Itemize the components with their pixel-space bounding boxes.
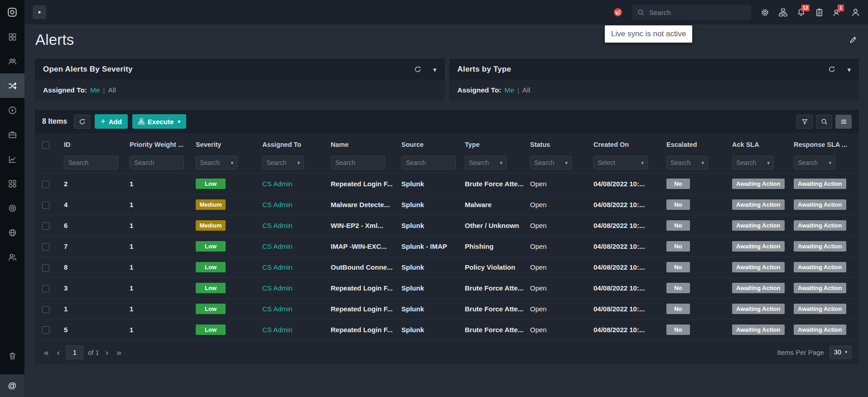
response-sla-badge: Awaiting Action: [794, 262, 846, 272]
row-checkbox[interactable]: [42, 223, 49, 230]
filter-response-sla-dropdown[interactable]: Search▾: [794, 156, 835, 169]
edit-page-button[interactable]: [849, 36, 857, 44]
table-row[interactable]: 61MediumCS AdminWIN-EP2 - Xml...SplunkOt…: [35, 215, 859, 236]
items-per-page-select[interactable]: 30 ▾: [829, 346, 852, 359]
assigned-to-link[interactable]: CS Admin: [262, 284, 293, 292]
cell-created-on: 04/08/2022 10:...: [593, 326, 666, 334]
current-page[interactable]: 1: [66, 345, 83, 359]
sidebar-item-threat-intel[interactable]: [0, 196, 24, 220]
chevron-down-icon[interactable]: ▾: [433, 66, 437, 73]
row-checkbox[interactable]: [42, 285, 49, 292]
cell-escalated: No: [666, 304, 732, 314]
table-row[interactable]: 81LowCS AdminOutBound Conne...SplunkPoli…: [35, 257, 859, 277]
row-checkbox[interactable]: [42, 264, 49, 271]
sidebar-item-apps[interactable]: [0, 171, 24, 196]
response-sla-badge: Awaiting Action: [794, 220, 846, 231]
select-all-checkbox[interactable]: [42, 141, 49, 149]
column-header-priority-weight: Priority Weight ...: [130, 141, 196, 148]
settings-button[interactable]: [761, 8, 769, 17]
filter-source-input[interactable]: [401, 156, 456, 169]
refresh-button[interactable]: [74, 115, 90, 129]
cell-id: 5: [64, 326, 130, 334]
sidebar-item-teams[interactable]: [0, 49, 24, 73]
assigned-me-link[interactable]: Me: [505, 86, 515, 94]
sidebar-item-recycle-bin[interactable]: [0, 344, 24, 368]
widget-panels-row: Open Alerts By Severity▾Assigned To:Me|A…: [35, 59, 859, 101]
assigned-all-link[interactable]: All: [522, 86, 530, 94]
assigned-to-link[interactable]: CS Admin: [262, 305, 293, 313]
sidebar-item-alerts[interactable]: [0, 73, 24, 98]
table-view-tools: [796, 115, 852, 129]
add-button[interactable]: + Add: [95, 114, 128, 129]
filter-assigned-to-dropdown[interactable]: Search▾: [262, 156, 304, 169]
row-checkbox[interactable]: [42, 306, 49, 313]
global-search[interactable]: [632, 5, 751, 20]
row-checkbox[interactable]: [42, 202, 49, 209]
app-logo[interactable]: [0, 0, 24, 24]
global-search-input[interactable]: [648, 8, 746, 17]
severity-badge: Low: [196, 324, 226, 335]
org-structure-button[interactable]: [779, 8, 787, 17]
row-checkbox[interactable]: [42, 326, 49, 334]
user-profile-button[interactable]: [851, 8, 860, 17]
sidebar-item-playbooks[interactable]: [0, 98, 24, 122]
org-structure-icon: [779, 8, 787, 17]
live-sync-status-button[interactable]: [613, 7, 623, 17]
filter-type-dropdown[interactable]: Search▾: [465, 156, 506, 169]
assigned-to-link[interactable]: CS Admin: [262, 242, 293, 250]
filter-escalated-dropdown[interactable]: Search▾: [666, 156, 708, 169]
assigned-me-link[interactable]: Me: [90, 86, 100, 94]
filter-status-dropdown[interactable]: Search▾: [530, 156, 572, 169]
sidebar-item-dashboard[interactable]: [0, 24, 24, 49]
assigned-to-link[interactable]: CS Admin: [262, 263, 293, 271]
separator: |: [517, 86, 519, 94]
row-checkbox[interactable]: [42, 181, 49, 188]
table-search-button[interactable]: [816, 115, 832, 129]
items-per-page-label: Items Per Page: [777, 349, 824, 356]
table-row[interactable]: 51LowCS AdminRepeated Login F...SplunkBr…: [35, 319, 859, 340]
filter-button[interactable]: [796, 115, 813, 129]
filter-priority-weight-input[interactable]: [130, 156, 184, 169]
assigned-to-link[interactable]: CS Admin: [262, 222, 293, 229]
cell-ack-sla: Awaiting Action: [732, 179, 794, 189]
filter-ack-sla-dropdown[interactable]: Search▾: [732, 156, 774, 169]
chevron-down-icon[interactable]: ▾: [847, 66, 851, 73]
cell-type: Brute Force Atte...: [465, 284, 530, 292]
filter-name-input[interactable]: [331, 156, 385, 169]
sidebar-item-analytics[interactable]: [0, 147, 24, 171]
list-view-button[interactable]: [835, 115, 852, 129]
filter-severity-dropdown[interactable]: Search▾: [196, 156, 237, 169]
filter-created-on-dropdown[interactable]: Select▾: [593, 156, 648, 169]
cell-escalated: No: [666, 283, 732, 293]
sidebar-item-web[interactable]: [0, 220, 24, 245]
column-header-ack-sla: Ack SLA: [732, 141, 794, 148]
cell-source: Splunk: [401, 201, 465, 208]
assigned-to-link[interactable]: CS Admin: [262, 180, 293, 188]
panel-refresh-button[interactable]: [828, 66, 835, 73]
prev-page-button[interactable]: ‹: [55, 348, 62, 357]
next-page-button[interactable]: ›: [104, 348, 110, 357]
sidebar-toggle-button[interactable]: [33, 5, 46, 19]
filter-placeholder: Search: [200, 159, 220, 166]
assigned-to-link[interactable]: CS Admin: [262, 326, 293, 334]
table-row[interactable]: 31LowCS AdminRepeated Login F...SplunkBr…: [35, 277, 859, 298]
assigned-all-link[interactable]: All: [108, 86, 116, 94]
sidebar-item-cases[interactable]: [0, 122, 24, 147]
table-row[interactable]: 11LowCS AdminRepeated Login F...SplunkBr…: [35, 298, 859, 319]
profile-settings-button[interactable]: 1: [833, 8, 842, 17]
last-page-button[interactable]: »: [115, 348, 123, 357]
panel-refresh-button[interactable]: [414, 66, 421, 73]
filter-id-input[interactable]: [64, 156, 118, 169]
tasks-button[interactable]: [815, 8, 824, 17]
execute-button[interactable]: Execute ▾: [132, 114, 186, 129]
table-row[interactable]: 21LowCS AdminRepeated Login F...SplunkBr…: [35, 173, 859, 194]
row-checkbox[interactable]: [42, 243, 49, 251]
assigned-to-link[interactable]: CS Admin: [262, 201, 293, 208]
notifications-button[interactable]: 13: [797, 8, 805, 17]
table-row[interactable]: 71LowCS AdminIMAP -WIN-EXC...Splunk - IM…: [35, 236, 859, 257]
widget-panel-open-alerts-by-severity: Open Alerts By Severity▾Assigned To:Me|A…: [35, 59, 445, 101]
sidebar-item-mentions[interactable]: @: [0, 374, 24, 397]
first-page-button[interactable]: «: [42, 348, 51, 357]
sidebar-item-user-groups[interactable]: [0, 245, 24, 269]
table-row[interactable]: 41MediumCS AdminMalware Detecte...Splunk…: [35, 194, 859, 215]
